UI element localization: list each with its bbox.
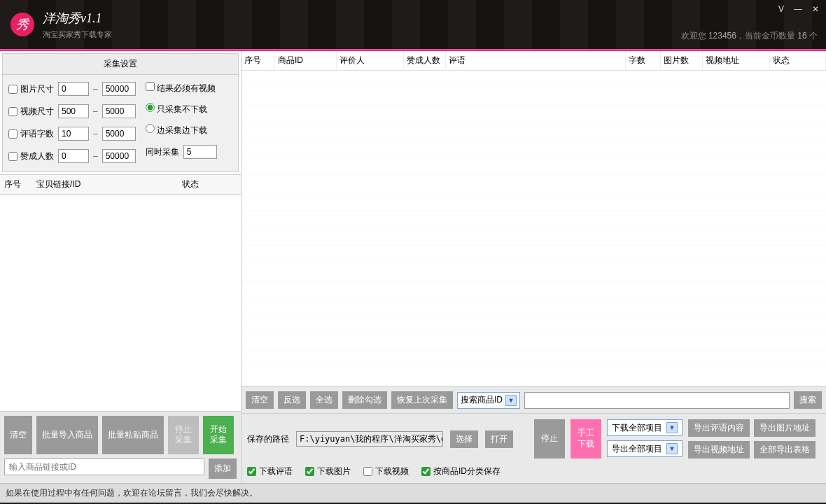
collect-only-radio[interactable]: 只采集不下载: [146, 103, 217, 115]
search-input[interactable]: [524, 392, 790, 409]
need-video-check[interactable]: 结果必须有视频: [146, 82, 217, 94]
vid-size-max[interactable]: [102, 104, 136, 118]
search-field-select[interactable]: 搜索商品ID▼: [457, 392, 520, 409]
grid-clear-button[interactable]: 清空: [246, 391, 274, 409]
welcome-text: 欢迎您 123456，当前金币数量 16 个: [681, 30, 818, 42]
status-bar: 如果在使用过程中有任何问题，欢迎在论坛留言，我们会尽快解决。: [0, 483, 826, 503]
manual-download-button[interactable]: 手工 下载: [570, 419, 601, 458]
add-button[interactable]: 添加: [209, 458, 237, 479]
left-panel: 采集设置 图片尺寸 – 视频尺寸 – 评语字数 –: [0, 51, 241, 483]
bottom-toolbar: 保存的路径 F:\yiyuyan\我的程序\洋淘买家秀\data 选择 打开 停…: [241, 413, 826, 483]
result-grid-body[interactable]: [241, 71, 826, 386]
selection-toolbar: 清空 反选 全选 删除勾选 恢复上次采集 搜索商品ID▼ 搜索: [241, 386, 826, 413]
dl-pics-check[interactable]: 下载图片: [305, 465, 351, 477]
clear-button[interactable]: 清空: [4, 416, 32, 454]
cmt-len-check[interactable]: 评语字数: [8, 128, 54, 140]
save-path-field[interactable]: F:\yiyuyan\我的程序\洋淘买家秀\data: [296, 431, 443, 447]
minimize-icon[interactable]: —: [794, 4, 802, 14]
app-subtitle: 淘宝买家秀下载专家: [43, 29, 112, 40]
search-button[interactable]: 搜索: [794, 391, 822, 409]
cmt-len-max[interactable]: [102, 127, 136, 141]
likes-max[interactable]: [102, 149, 136, 163]
pic-size-check[interactable]: 图片尺寸: [8, 83, 54, 95]
dl-videos-check[interactable]: 下载视频: [363, 465, 409, 477]
chevron-down-icon[interactable]: ▼: [666, 422, 678, 433]
chevron-down-icon[interactable]: ▼: [505, 395, 517, 406]
pic-size-min[interactable]: [58, 82, 89, 96]
title-bar: 秀 洋淘秀v1.1 淘宝买家秀下载专家 V — ✕ 欢迎您 123456，当前金…: [0, 0, 826, 49]
close-icon[interactable]: ✕: [812, 4, 819, 14]
export-pics-button[interactable]: 导出图片地址: [754, 419, 816, 437]
vid-size-min[interactable]: [58, 104, 89, 118]
open-path-button[interactable]: 打开: [485, 430, 513, 448]
start-collect-button[interactable]: 开始 采集: [203, 416, 234, 454]
concurrent-input[interactable]: [183, 145, 217, 159]
bulk-import-button[interactable]: 批量导入商品: [36, 416, 98, 454]
export-scope-select[interactable]: 导出全部项目▼: [607, 440, 682, 457]
grid-invert-button[interactable]: 反选: [278, 391, 306, 409]
dl-comments-check[interactable]: 下载评语: [247, 465, 293, 477]
vid-size-check[interactable]: 视频尺寸: [8, 106, 54, 118]
bulk-paste-button[interactable]: 批量粘贴商品: [102, 416, 164, 454]
save-path-label: 保存的路径: [247, 433, 289, 445]
settings-panel: 采集设置 图片尺寸 – 视频尺寸 – 评语字数 –: [2, 53, 239, 172]
export-all-button[interactable]: 全部导出表格: [754, 441, 816, 458]
left-grid-body[interactable]: [0, 195, 241, 411]
concurrent-label: 同时采集: [146, 146, 179, 158]
likes-check[interactable]: 赞成人数: [8, 150, 54, 162]
chevron-down-icon[interactable]: ▼: [666, 443, 678, 454]
choose-path-button[interactable]: 选择: [450, 430, 478, 448]
stop-collect-button[interactable]: 停止 采集: [168, 416, 199, 454]
cmt-len-min[interactable]: [58, 127, 89, 141]
result-grid-header: 序号 商品ID 评价人 赞成人数 评语 字数 图片数 视频地址 状态: [241, 51, 826, 71]
export-videos-button[interactable]: 导出视频地址: [688, 441, 750, 458]
stop-button[interactable]: 停止: [534, 419, 565, 458]
grid-restore-button[interactable]: 恢复上次采集: [391, 391, 453, 409]
download-scope-select[interactable]: 下载全部项目▼: [607, 419, 682, 436]
product-url-input[interactable]: [4, 458, 204, 475]
menu-icon[interactable]: V: [778, 4, 784, 14]
likes-min[interactable]: [58, 149, 89, 163]
grid-selectall-button[interactable]: 全选: [310, 391, 338, 409]
collect-download-radio[interactable]: 边采集边下载: [146, 124, 217, 136]
split-by-id-check[interactable]: 按商品ID分类保存: [421, 465, 500, 477]
export-comments-button[interactable]: 导出评语内容: [688, 419, 750, 437]
right-panel: 序号 商品ID 评价人 赞成人数 评语 字数 图片数 视频地址 状态 清空 反选…: [241, 51, 826, 483]
left-grid-header: 序号 宝贝链接/ID 状态: [0, 174, 241, 195]
left-bottom-bar: 清空 批量导入商品 批量粘贴商品 停止 采集 开始 采集 添加: [0, 411, 241, 483]
app-logo: 秀: [10, 13, 34, 36]
settings-title: 采集设置: [3, 54, 238, 75]
pic-size-max[interactable]: [102, 82, 136, 96]
app-title: 洋淘秀v1.1: [43, 10, 112, 27]
grid-delete-checked-button[interactable]: 删除勾选: [342, 391, 387, 409]
